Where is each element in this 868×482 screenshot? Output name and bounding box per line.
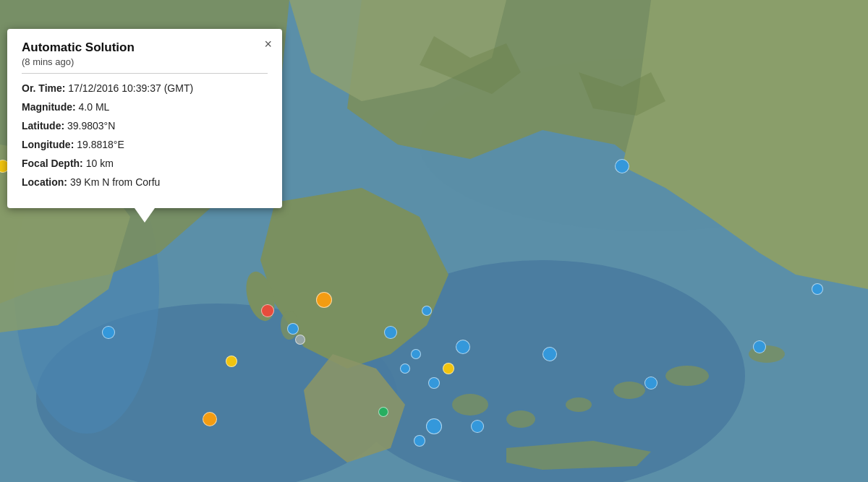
earthquake-dot[interactable] <box>411 349 421 359</box>
earthquake-dot[interactable] <box>287 323 299 335</box>
popup-field-row: Longitude: 19.8818°E <box>22 137 268 152</box>
earthquake-dot[interactable] <box>316 292 332 308</box>
earthquake-dot[interactable] <box>644 376 658 390</box>
earthquake-dot[interactable] <box>542 347 557 361</box>
earthquake-dot[interactable] <box>261 304 274 317</box>
popup-fields: Or. Time: 17/12/2016 10:39:37 (GMT)Magni… <box>22 81 268 190</box>
close-button[interactable]: × <box>264 38 272 51</box>
popup-field-row: Location: 39 Km N from Corfu <box>22 175 268 190</box>
popup-divider <box>22 73 268 74</box>
svg-point-10 <box>665 366 709 386</box>
earthquake-dot[interactable] <box>384 326 397 339</box>
earthquake-dot[interactable] <box>414 435 425 447</box>
earthquake-dot[interactable] <box>812 283 823 295</box>
svg-point-9 <box>613 382 645 399</box>
earthquake-dot[interactable] <box>753 340 766 353</box>
svg-point-7 <box>506 410 535 428</box>
svg-point-6 <box>452 394 488 416</box>
info-popup: × Automatic Solution (8 mins ago) Or. Ti… <box>7 29 282 208</box>
earthquake-dot[interactable] <box>102 326 115 339</box>
popup-field-row: Or. Time: 17/12/2016 10:39:37 (GMT) <box>22 81 268 96</box>
svg-point-8 <box>566 397 592 412</box>
earthquake-dot[interactable] <box>471 420 484 433</box>
earthquake-dot[interactable] <box>615 159 629 173</box>
earthquake-dot[interactable] <box>226 356 237 367</box>
popup-field-row: Focal Depth: 10 km <box>22 156 268 171</box>
earthquake-dot[interactable] <box>400 363 410 374</box>
earthquake-dot[interactable] <box>378 407 388 417</box>
earthquake-dot[interactable] <box>456 340 470 354</box>
popup-title: Automatic Solution <box>22 40 268 55</box>
earthquake-dot[interactable] <box>203 412 217 426</box>
earthquake-dot[interactable] <box>443 363 454 374</box>
popup-field-row: Magnitude: 4.0 ML <box>22 100 268 115</box>
earthquake-dot[interactable] <box>426 418 442 434</box>
earthquake-dot[interactable] <box>295 335 305 345</box>
earthquake-dot[interactable] <box>422 306 432 316</box>
popup-time: (8 mins ago) <box>22 56 268 67</box>
popup-field-row: Latitude: 39.9803°N <box>22 119 268 134</box>
earthquake-dot[interactable] <box>428 377 440 389</box>
